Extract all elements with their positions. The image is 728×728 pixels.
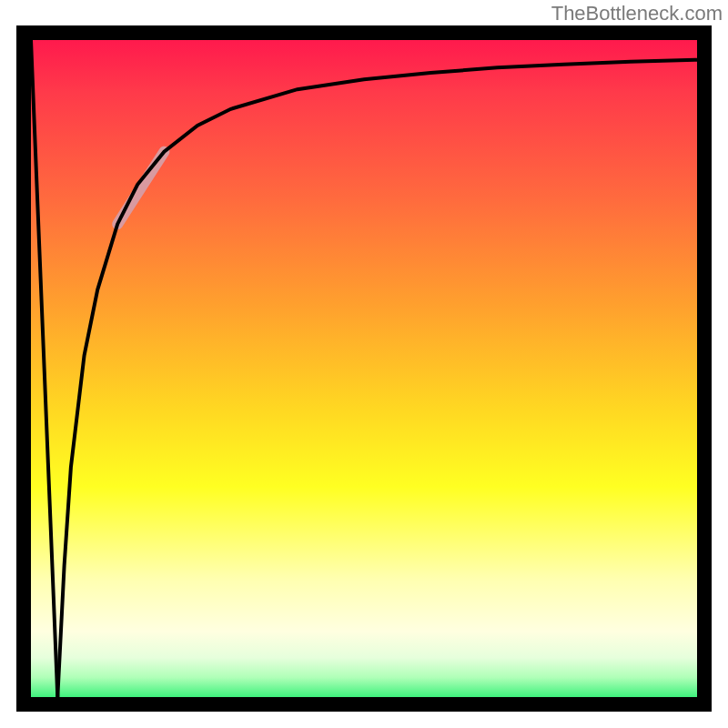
left-drop-line xyxy=(31,40,57,697)
watermark-text: TheBottleneck.com xyxy=(551,2,723,25)
chart-svg xyxy=(31,40,697,697)
chart-frame xyxy=(16,25,712,712)
main-curve-line xyxy=(57,60,697,697)
plot-area xyxy=(31,40,697,697)
container: { "watermark": "TheBottleneck.com", "cha… xyxy=(0,0,728,728)
curve-group xyxy=(31,40,697,697)
